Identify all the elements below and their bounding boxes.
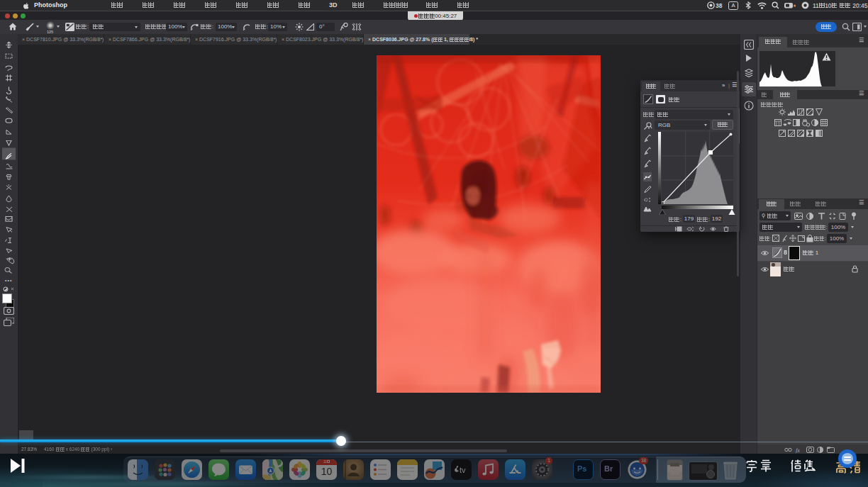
svg-text:tv: tv [460,466,466,474]
svg-text:fx: fx [796,447,800,454]
